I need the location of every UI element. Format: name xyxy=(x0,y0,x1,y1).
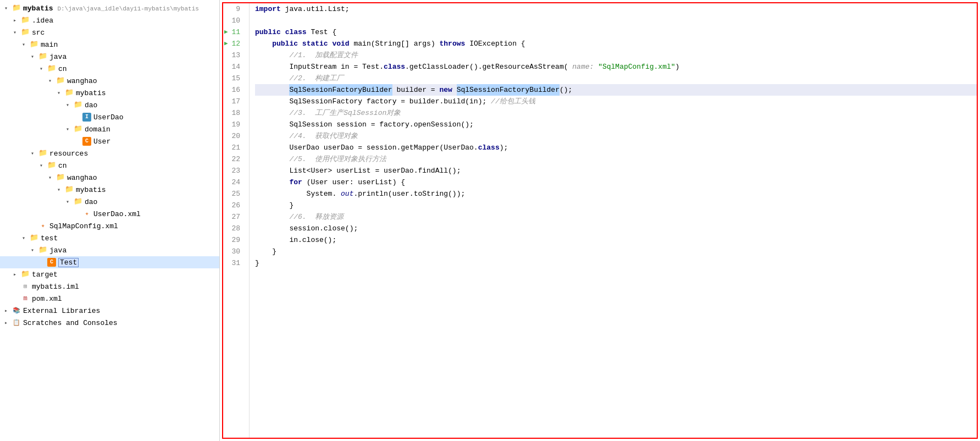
xml-icon: ✦ xyxy=(38,222,47,230)
arrow-icon xyxy=(48,78,56,84)
tree-test-class[interactable]: C Test xyxy=(0,256,219,268)
item-label: Test xyxy=(58,258,79,267)
lib-icon: 📚 xyxy=(12,306,21,315)
item-label: target xyxy=(32,271,58,279)
tree-scratches[interactable]: 📋 Scratches and Consoles xyxy=(0,317,219,329)
line-num-15: 15 xyxy=(223,73,245,84)
line-num-22: 22 xyxy=(223,153,245,165)
item-label: SqlMapConfig.xml xyxy=(49,222,118,230)
item-label: cn xyxy=(58,162,67,170)
tree-wanghao-main[interactable]: 📁 wanghao xyxy=(0,75,219,87)
line-num-21: 21 xyxy=(223,142,245,153)
tree-mybatis-pkg[interactable]: 📁 mybatis xyxy=(0,87,219,99)
arrow-icon xyxy=(66,126,74,133)
item-label: External Libraries xyxy=(23,307,100,315)
code-line-20: //4. 获取代理对象 xyxy=(255,130,977,142)
code-line-17: SqlSessionFactory factory = builder.buil… xyxy=(255,96,977,107)
line-num-25: 25 xyxy=(223,188,245,200)
item-label: resources xyxy=(49,150,88,158)
tree-java-test[interactable]: 📁 java xyxy=(0,244,219,256)
arrow-icon xyxy=(4,307,12,314)
tree-target[interactable]: 📁 target xyxy=(0,268,219,280)
tree-dao-pkg[interactable]: 📁 dao xyxy=(0,99,219,111)
tree-root[interactable]: 📁 mybatis D:\java\java_idle\day11-mybati… xyxy=(0,2,219,14)
item-label: User xyxy=(93,137,110,146)
tree-sqlmapconfig[interactable]: ✦ SqlMapConfig.xml xyxy=(0,220,219,232)
code-line-10 xyxy=(255,15,977,26)
code-editor[interactable]: 9 10 ▶11 ▶12 13 14 15 16 17 18 19 20 21 … xyxy=(220,0,980,441)
tree-idea[interactable]: 📁 .idea xyxy=(0,14,219,26)
arrow-icon xyxy=(13,271,21,278)
item-label: test xyxy=(41,234,58,242)
folder-icon: 📁 xyxy=(56,76,65,85)
folder-icon: 📁 xyxy=(12,4,21,13)
code-line-27: //6. 释放资源 xyxy=(255,211,977,223)
folder-icon: 📁 xyxy=(47,161,56,170)
arrow-icon xyxy=(31,53,38,60)
folder-icon: 📁 xyxy=(30,234,38,242)
tree-ext-libraries[interactable]: 📚 External Libraries xyxy=(0,305,219,317)
item-label: dao xyxy=(85,101,97,109)
code-content[interactable]: import java.util.List; public class Test… xyxy=(250,3,977,438)
arrow-icon xyxy=(40,162,47,169)
line-num-13: 13 xyxy=(223,49,245,61)
item-label: dao xyxy=(85,198,97,206)
item-label: UserDao.xml xyxy=(93,210,141,218)
tree-mybatis-res[interactable]: 📁 mybatis xyxy=(0,184,219,196)
item-label: Scratches and Consoles xyxy=(23,319,118,327)
tree-user[interactable]: C User xyxy=(0,135,219,147)
tree-domain-pkg[interactable]: 📁 domain xyxy=(0,123,219,135)
line-num-31: 31 xyxy=(223,257,245,269)
arrow-icon xyxy=(22,41,30,48)
tree-userdao-xml[interactable]: ✦ UserDao.xml xyxy=(0,208,219,220)
folder-icon: 📁 xyxy=(47,64,56,73)
code-line-21: UserDao userDao = session.getMapper(User… xyxy=(255,142,977,153)
line-num-16: 16 xyxy=(223,84,245,96)
folder-icon: 📁 xyxy=(65,89,74,97)
code-line-18: //3. 工厂生产SqlSession对象 xyxy=(255,107,977,119)
arrow-icon xyxy=(66,199,74,205)
arrow-icon xyxy=(57,90,65,96)
folder-icon: 📁 xyxy=(38,149,47,158)
arrow-icon xyxy=(40,65,47,72)
arrow-icon xyxy=(57,186,65,193)
line-num-23: 23 xyxy=(223,165,245,177)
tree-wanghao-res[interactable]: 📁 wanghao xyxy=(0,172,219,184)
tree-cn-main[interactable]: 📁 cn xyxy=(0,63,219,75)
folder-icon: 📁 xyxy=(65,185,74,194)
code-line-28: session.close(); xyxy=(255,223,977,234)
arrow-icon xyxy=(66,102,74,108)
line-num-14: 14 xyxy=(223,61,245,73)
tree-resources[interactable]: 📁 resources xyxy=(0,147,219,159)
tree-main[interactable]: 📁 main xyxy=(0,38,219,51)
root-label: mybatis D:\java\java_idle\day11-mybatis\… xyxy=(23,4,199,13)
line-num-10: 10 xyxy=(223,15,245,26)
item-label: domain xyxy=(85,125,110,134)
tree-src[interactable]: 📁 src xyxy=(0,26,219,38)
item-label: pom.xml xyxy=(32,295,62,303)
tree-dao-res[interactable]: 📁 dao xyxy=(0,196,219,208)
code-line-23: List<User> userList = userDao.findAll(); xyxy=(255,165,977,177)
line-num-27: 27 xyxy=(223,211,245,223)
code-line-25: System. out.println(user.toString()); xyxy=(255,188,977,200)
arrow-icon xyxy=(13,17,21,24)
tree-java-main[interactable]: 📁 java xyxy=(0,51,219,63)
tree-pom-xml[interactable]: m pom.xml xyxy=(0,293,219,305)
editor-content: 9 10 ▶11 ▶12 13 14 15 16 17 18 19 20 21 … xyxy=(222,2,978,439)
code-line-26: } xyxy=(255,200,977,211)
arrow-icon xyxy=(4,319,12,326)
pom-icon: m xyxy=(21,294,30,303)
line-num-26: 26 xyxy=(223,200,245,211)
folder-icon: 📁 xyxy=(38,246,47,255)
tree-test-folder[interactable]: 📁 test xyxy=(0,232,219,244)
folder-icon: 📁 xyxy=(74,125,82,134)
item-label: java xyxy=(49,53,67,61)
xml-icon: ✦ xyxy=(82,210,91,218)
line-num-20: 20 xyxy=(223,130,245,142)
scratch-icon: 📋 xyxy=(12,318,21,327)
tree-cn-res[interactable]: 📁 cn xyxy=(0,159,219,172)
project-sidebar[interactable]: 📁 mybatis D:\java\java_idle\day11-mybati… xyxy=(0,0,220,441)
code-line-31: } xyxy=(255,257,977,269)
tree-userdao[interactable]: I UserDao xyxy=(0,111,219,123)
tree-mybatis-iml[interactable]: ⊞ mybatis.iml xyxy=(0,280,219,293)
